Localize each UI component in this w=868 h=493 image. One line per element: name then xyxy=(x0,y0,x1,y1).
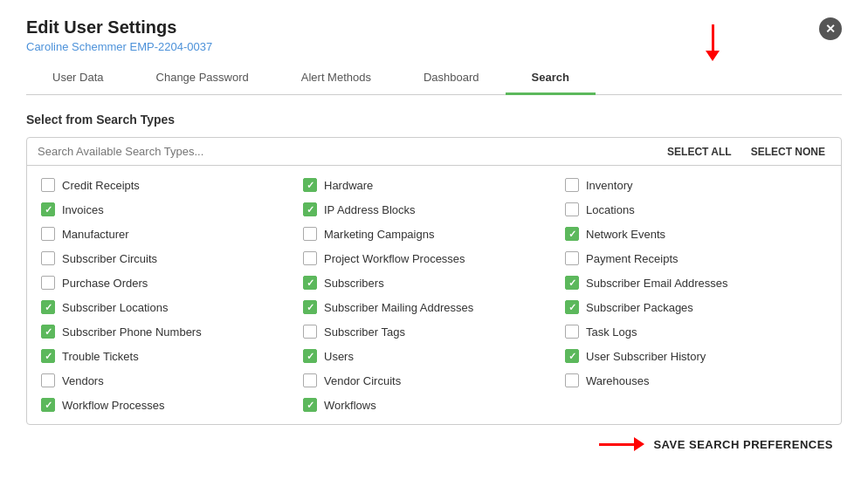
list-item[interactable]: Subscriber Email Addresses xyxy=(565,274,827,291)
list-item[interactable]: Workflows xyxy=(303,396,565,414)
list-item[interactable]: Trouble Tickets xyxy=(41,347,303,365)
checkbox-box[interactable] xyxy=(41,202,55,216)
checkbox-box[interactable] xyxy=(41,276,55,290)
red-arrow-right-indicator xyxy=(599,437,644,451)
checkbox-box[interactable] xyxy=(303,373,317,387)
checkbox-label: Purchase Orders xyxy=(62,277,148,290)
checkbox-box[interactable] xyxy=(41,178,55,192)
modal-container: Edit User Settings Caroline Schemmer EMP… xyxy=(0,0,868,493)
list-item[interactable]: Credit Receipts xyxy=(41,176,303,194)
checkbox-box[interactable] xyxy=(41,349,55,363)
checkbox-box[interactable] xyxy=(565,300,579,314)
checkboxes-grid: Credit ReceiptsHardwareInventoryInvoices… xyxy=(27,166,841,424)
checkbox-label: Users xyxy=(324,350,354,363)
checkbox-box[interactable] xyxy=(565,251,579,265)
modal-title-area: Edit User Settings Caroline Schemmer EMP… xyxy=(26,17,212,53)
list-item[interactable]: Subscriber Phone Numbers xyxy=(41,323,303,340)
checkbox-box[interactable] xyxy=(565,373,579,387)
list-item[interactable]: IP Address Blocks xyxy=(303,201,565,218)
list-item[interactable]: Project Workflow Processes xyxy=(303,250,565,267)
checkbox-box[interactable] xyxy=(41,251,55,265)
checkbox-box[interactable] xyxy=(41,373,55,387)
checkbox-label: Subscriber Email Addresses xyxy=(586,277,728,290)
checkbox-box[interactable] xyxy=(41,227,55,241)
section-title: Select from Search Types xyxy=(26,113,842,127)
list-item[interactable]: Vendors xyxy=(41,372,303,389)
checkbox-label: Credit Receipts xyxy=(62,179,140,192)
modal-subtitle: Caroline Schemmer EMP-2204-0037 xyxy=(26,40,212,53)
list-item[interactable]: Locations xyxy=(565,201,827,218)
checkbox-box[interactable] xyxy=(565,349,579,363)
checkbox-box[interactable] xyxy=(565,325,579,339)
checkbox-box[interactable] xyxy=(303,349,317,363)
tab-search[interactable]: Search xyxy=(506,62,596,95)
checkbox-label: Workflow Processes xyxy=(62,399,165,412)
checkbox-box[interactable] xyxy=(303,227,317,241)
checkbox-label: Task Logs xyxy=(586,325,637,339)
checkbox-box[interactable] xyxy=(565,276,579,290)
list-item[interactable]: Subscriber Mailing Addresses xyxy=(303,298,565,316)
select-none-button[interactable]: SELECT NONE xyxy=(746,146,830,158)
list-item[interactable]: Warehouses xyxy=(565,372,827,389)
search-input[interactable] xyxy=(38,145,653,158)
list-item[interactable]: Invoices xyxy=(41,201,303,218)
list-item[interactable]: Purchase Orders xyxy=(41,274,303,291)
checkbox-box[interactable] xyxy=(303,325,317,339)
tab-alert-methods[interactable]: Alert Methods xyxy=(275,62,397,95)
checkbox-box[interactable] xyxy=(41,300,55,314)
checkbox-label: Network Events xyxy=(586,228,665,241)
tab-user-data[interactable]: User Data xyxy=(26,62,130,95)
checkbox-label: Locations xyxy=(586,203,635,216)
checkbox-label: Inventory xyxy=(586,179,632,192)
select-all-button[interactable]: SELECT ALL xyxy=(662,146,737,158)
checkbox-label: Vendor Circuits xyxy=(324,374,401,387)
checkbox-box[interactable] xyxy=(303,300,317,314)
checkbox-box[interactable] xyxy=(565,178,579,192)
list-item[interactable]: Task Logs xyxy=(565,323,827,340)
list-item[interactable] xyxy=(565,396,827,414)
list-item[interactable]: Marketing Campaigns xyxy=(303,225,565,243)
list-item[interactable]: User Subscriber History xyxy=(565,347,827,365)
checkbox-label: Subscriber Phone Numbers xyxy=(62,325,202,339)
checkbox-label: Warehouses xyxy=(586,374,650,387)
list-item[interactable]: Vendor Circuits xyxy=(303,372,565,389)
red-arrow-down-indicator xyxy=(706,24,720,61)
checkbox-box[interactable] xyxy=(565,202,579,216)
checkbox-label: Subscriber Packages xyxy=(586,301,693,314)
tabs-bar: User Data Change Password Alert Methods … xyxy=(26,62,842,95)
list-item[interactable]: Hardware xyxy=(303,176,565,194)
footer-area: SAVE SEARCH PREFERENCES xyxy=(26,437,842,451)
checkbox-box[interactable] xyxy=(41,398,55,412)
save-btn-area: SAVE SEARCH PREFERENCES xyxy=(599,437,833,451)
checkbox-label: Marketing Campaigns xyxy=(324,228,434,241)
list-item[interactable]: Manufacturer xyxy=(41,225,303,243)
tab-change-password[interactable]: Change Password xyxy=(130,62,275,95)
list-item[interactable]: Subscriber Locations xyxy=(41,298,303,316)
checkbox-box[interactable] xyxy=(303,276,317,290)
list-item[interactable]: Subscribers xyxy=(303,274,565,291)
list-item[interactable]: Subscriber Packages xyxy=(565,298,827,316)
close-button[interactable]: ✕ xyxy=(819,17,842,40)
checkbox-box[interactable] xyxy=(303,178,317,192)
list-item[interactable]: Network Events xyxy=(565,225,827,243)
checkbox-box[interactable] xyxy=(41,325,55,339)
search-bar: SELECT ALL SELECT NONE xyxy=(27,138,841,166)
list-item[interactable]: Inventory xyxy=(565,176,827,194)
list-item[interactable]: Users xyxy=(303,347,565,365)
checkbox-box[interactable] xyxy=(303,202,317,216)
save-search-preferences-button[interactable]: SAVE SEARCH PREFERENCES xyxy=(653,438,833,451)
tab-dashboard[interactable]: Dashboard xyxy=(397,62,506,95)
checkbox-label: Trouble Tickets xyxy=(62,350,139,363)
checkbox-label: Project Workflow Processes xyxy=(324,252,465,265)
checkbox-box[interactable] xyxy=(565,227,579,241)
list-item[interactable]: Subscriber Circuits xyxy=(41,250,303,267)
checkbox-label: IP Address Blocks xyxy=(324,203,416,216)
list-item[interactable]: Workflow Processes xyxy=(41,396,303,414)
checkbox-label: Subscriber Circuits xyxy=(62,252,157,265)
checkbox-box[interactable] xyxy=(303,251,317,265)
list-item[interactable]: Subscriber Tags xyxy=(303,323,565,340)
checkbox-box[interactable] xyxy=(303,398,317,412)
checkbox-label: Subscribers xyxy=(324,277,384,290)
checkbox-label: Vendors xyxy=(62,374,104,387)
list-item[interactable]: Payment Receipts xyxy=(565,250,827,267)
